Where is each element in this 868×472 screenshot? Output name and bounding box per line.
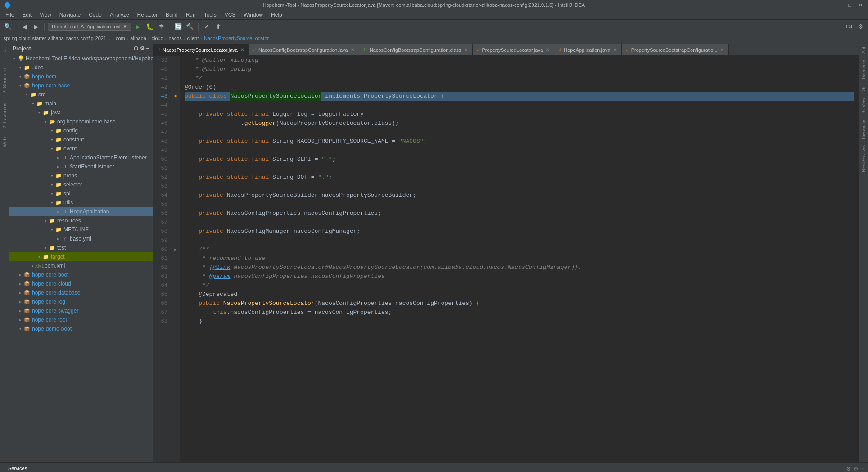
- tree-item-15[interactable]: ▾📁selector: [9, 180, 153, 189]
- panel-minimize-icon[interactable]: −: [861, 466, 864, 472]
- tree-item-18[interactable]: ▸JHopeApplication: [9, 207, 153, 216]
- tree-item-29[interactable]: ▸📦hope-core-swagger: [9, 306, 153, 315]
- tree-item-5[interactable]: ▾📁src: [9, 90, 153, 99]
- tree-item-19[interactable]: ▾📁resources: [9, 216, 153, 225]
- menu-view[interactable]: View: [36, 11, 55, 19]
- left-label-project[interactable]: 1: [0, 49, 10, 54]
- tree-item-12[interactable]: ▸JApplicationStartedEventListener: [9, 153, 153, 162]
- tab-nacos-class[interactable]: C NacosConfigBootstrapConfiguration.clas…: [359, 44, 473, 55]
- tree-item-8[interactable]: ▾📂org.hopehomi.core.base: [9, 117, 153, 126]
- tree-item-9[interactable]: ▾📁config: [9, 126, 153, 135]
- debug-button[interactable]: 🐛: [145, 22, 155, 32]
- tab-close-6[interactable]: ✕: [720, 47, 724, 52]
- tab-close-5[interactable]: ✕: [613, 47, 617, 52]
- menu-analyze[interactable]: Analyze: [106, 11, 133, 19]
- run-config-dropdown[interactable]: DemoCloud_A_Application-test ▼: [48, 23, 131, 31]
- path-project[interactable]: spring-cloud-starter-alibaba-nacos-confi…: [4, 36, 110, 41]
- panel-options-icon[interactable]: ⚙: [854, 466, 859, 472]
- menu-window[interactable]: Window: [240, 11, 267, 19]
- tree-item-3[interactable]: ▾📦hope-bom: [9, 72, 153, 81]
- left-label-structure[interactable]: 2: Structure: [1, 64, 8, 97]
- right-label-sciview[interactable]: SciView: [860, 96, 867, 115]
- toolbar-settings-btn[interactable]: ⚙: [855, 22, 865, 32]
- tab-close-3[interactable]: ✕: [464, 47, 468, 52]
- run-button[interactable]: ▶: [133, 22, 143, 32]
- tab-nacos-bootstrap[interactable]: J NacosConfigBootstrapConfiguration.java…: [249, 44, 359, 55]
- path-client[interactable]: client: [187, 36, 199, 41]
- menu-run[interactable]: Run: [182, 11, 199, 19]
- project-cog-icon[interactable]: ⚙: [140, 45, 145, 51]
- tab-close-2[interactable]: ✕: [351, 47, 354, 52]
- menu-refactor[interactable]: Refactor: [134, 11, 161, 19]
- tree-item-6[interactable]: ▾📁main: [9, 99, 153, 108]
- right-label-restservices[interactable]: RestServices: [860, 144, 867, 174]
- tree-item-27[interactable]: ▸📦hope-core-database: [9, 288, 153, 297]
- services-tab[interactable]: Services: [4, 464, 32, 472]
- right-label-git[interactable]: Git: [860, 84, 867, 93]
- vcs-push-btn[interactable]: ⬆: [213, 22, 223, 32]
- minimize-button[interactable]: −: [836, 2, 843, 8]
- toolbar-build-btn[interactable]: 🔨: [185, 22, 195, 32]
- tree-item-23[interactable]: ▾📁target: [9, 252, 153, 261]
- tree-item-24[interactable]: ▸XMLpom.xml: [9, 261, 153, 270]
- tree-item-11[interactable]: ▾📁event: [9, 144, 153, 153]
- maximize-button[interactable]: □: [846, 2, 853, 8]
- menu-help[interactable]: Help: [267, 11, 286, 19]
- tree-item-13[interactable]: ▸JStartEventListener: [9, 162, 153, 171]
- code-editor[interactable]: 39 40 41 42 43 44 45 46 47 48 49 50 51 5…: [153, 56, 859, 462]
- right-label-database[interactable]: Database: [860, 58, 867, 81]
- left-label-web[interactable]: Web: [1, 134, 8, 151]
- tree-item-20[interactable]: ▾📁META-INF: [9, 225, 153, 234]
- toolbar-update-btn[interactable]: 🔄: [173, 22, 183, 32]
- tree-item-7[interactable]: ▾📁java: [9, 108, 153, 117]
- menu-file[interactable]: File: [2, 11, 18, 19]
- menu-edit[interactable]: Edit: [18, 11, 35, 19]
- menu-navigate[interactable]: Navigate: [56, 11, 84, 19]
- tab-bootstrap-config[interactable]: J PropertySourceBootstrapConfiguratio...…: [622, 44, 729, 55]
- menu-tools[interactable]: Tools: [200, 11, 220, 19]
- path-cloud[interactable]: cloud: [152, 36, 163, 41]
- menu-build[interactable]: Build: [162, 11, 181, 19]
- tree-item-26[interactable]: ▸📦hope-core-cloud: [9, 279, 153, 288]
- menu-vcs[interactable]: VCS: [221, 11, 240, 19]
- project-hide-icon[interactable]: −: [146, 45, 149, 51]
- coverage-button[interactable]: ☂: [157, 22, 167, 32]
- tree-item-16[interactable]: ▾📁spi: [9, 189, 153, 198]
- bottom-panel-controls[interactable]: ⚙ ⚙ −: [846, 466, 864, 472]
- path-nacos[interactable]: nacos: [168, 36, 181, 41]
- right-label-hierarchy[interactable]: Hierarchy: [860, 118, 867, 141]
- tab-close-4[interactable]: ✕: [546, 47, 549, 52]
- tab-hope-app[interactable]: J HopeApplication.java ✕: [554, 44, 621, 55]
- path-com[interactable]: com: [116, 36, 125, 41]
- right-label-ant[interactable]: Ant: [860, 45, 867, 55]
- tab-property-source[interactable]: J PropertySourceLocator.java ✕: [473, 44, 555, 55]
- tree-item-30[interactable]: ▸📦hope-core-tool: [9, 315, 153, 324]
- tree-item-17[interactable]: ▾📁utils: [9, 198, 153, 207]
- tree-item-10[interactable]: ▾📁constant: [9, 135, 153, 144]
- tab-close-1[interactable]: ✕: [240, 47, 244, 52]
- path-alibaba[interactable]: alibaba: [130, 36, 146, 41]
- tab-nacos-locator[interactable]: J NacosPropertySourceLocator.java ✕: [153, 44, 249, 55]
- close-button[interactable]: ✕: [857, 2, 864, 8]
- tree-arrow-26: ▸: [17, 281, 23, 286]
- tree-item-25[interactable]: ▸📦hope-core-boot: [9, 270, 153, 279]
- tree-item-21[interactable]: ▸Ybase.yml: [9, 234, 153, 243]
- menu-code[interactable]: Code: [85, 11, 105, 19]
- title-bar-controls[interactable]: − □ ✕: [836, 2, 864, 8]
- tree-item-14[interactable]: ▾📁props: [9, 171, 153, 180]
- panel-settings-icon[interactable]: ⚙: [846, 466, 851, 472]
- left-label-favorites[interactable]: 2: Favorites: [1, 99, 8, 132]
- tree-item-28[interactable]: ▸📦hope-core-log: [9, 297, 153, 306]
- toolbar-search-btn[interactable]: 🔍: [3, 22, 13, 32]
- tree-item-2[interactable]: ▾📁.idea: [9, 63, 153, 72]
- path-file[interactable]: NacosPropertySourceLocator: [204, 36, 269, 41]
- project-sync-icon[interactable]: ⬡: [134, 45, 138, 51]
- toolbar-back-btn[interactable]: ◀: [19, 22, 29, 32]
- project-header-icons[interactable]: ⬡ ⚙ −: [134, 45, 149, 51]
- vcs-commit-btn[interactable]: ✔: [202, 22, 212, 32]
- tree-item-4[interactable]: ▾📦hope-core-base: [9, 81, 153, 90]
- tree-item-22[interactable]: ▾📁test: [9, 243, 153, 252]
- tree-item-31[interactable]: ▾📦hope-demo-boot: [9, 324, 153, 333]
- toolbar-forward-btn[interactable]: ▶: [31, 22, 41, 32]
- tree-item-1[interactable]: ▾💡Hopehomi-Tool E:/idea-workspace/hopeho…: [9, 54, 153, 63]
